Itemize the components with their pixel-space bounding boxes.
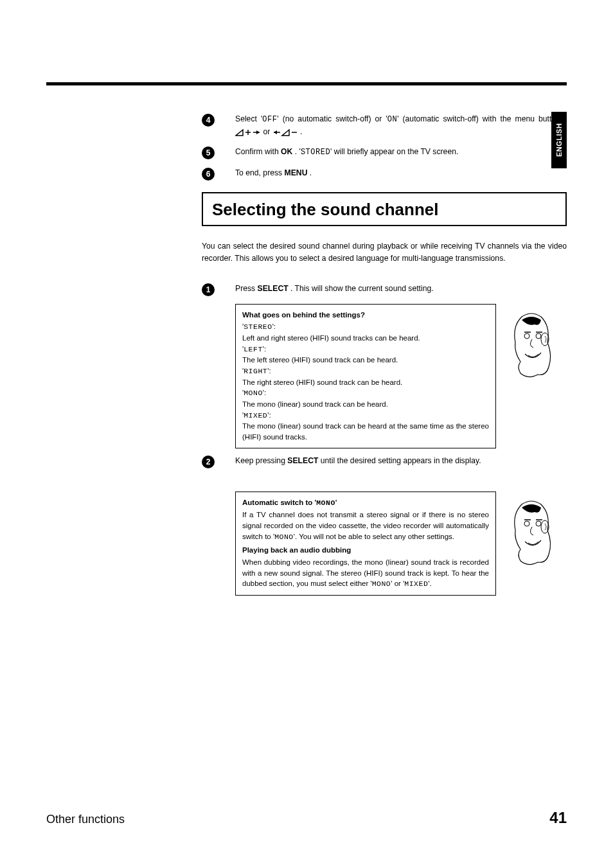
- footer-section-name: Other functions: [46, 813, 125, 826]
- info-item: 'LEFT':: [242, 344, 489, 355]
- text: Confirm with: [235, 147, 281, 156]
- intro-paragraph: You can select the desired sound channel…: [202, 240, 567, 265]
- text: or: [263, 127, 272, 136]
- button-label: SELECT: [287, 456, 318, 465]
- code-text: ON: [387, 115, 397, 124]
- step-number-badge: 4: [202, 114, 215, 127]
- button-label: SELECT: [258, 284, 289, 293]
- page-number: 41: [549, 809, 567, 827]
- step-number-badge: 6: [202, 168, 215, 181]
- svg-point-9: [541, 333, 549, 346]
- step-body: Press SELECT . This will show the curren…: [235, 283, 567, 295]
- info-title: Automatic switch to 'MONO': [242, 497, 489, 509]
- text: ' (no automatic switch-off) or ': [277, 114, 387, 123]
- text: When dubbing video recordings, the mono …: [242, 558, 489, 587]
- code-text: OFF: [262, 115, 277, 124]
- step-2: 2 Keep pressing SELECT until the desired…: [202, 455, 567, 468]
- menu-plus-icon: [235, 126, 261, 138]
- text: '.: [428, 580, 431, 587]
- text: . ': [292, 147, 301, 156]
- step-4: 4 Select 'OFF' (no automatic switch-off)…: [202, 113, 567, 138]
- section-title-box: Selecting the sound channel: [202, 192, 567, 226]
- info-desc: The mono (linear) sound track can be hea…: [242, 399, 489, 410]
- info-desc: Left and right stereo (HIFI) sound track…: [242, 333, 489, 344]
- svg-point-10: [524, 521, 529, 526]
- code-text: MIXED: [404, 580, 428, 588]
- info-item: 'MONO':: [242, 387, 489, 399]
- step-5: 5 Confirm with OK . 'STORED' will briefl…: [202, 146, 567, 159]
- step-number-badge: 1: [202, 283, 215, 296]
- text: Press: [235, 284, 258, 293]
- info-title: What goes on behind the settings?: [242, 310, 489, 321]
- info-item: 'STEREO':: [242, 321, 489, 333]
- code-text: STORED: [301, 148, 330, 157]
- text: Keep pressing: [235, 456, 287, 465]
- step-1: 1 Press SELECT . This will show the curr…: [202, 283, 567, 296]
- step-body: Confirm with OK . 'STORED' will briefly …: [235, 146, 567, 159]
- info-paragraph: If a TV channel does not transmit a ster…: [242, 509, 489, 542]
- button-label: OK: [281, 147, 292, 156]
- step-body: To end, press MENU .: [235, 167, 567, 179]
- info-box: What goes on behind the settings? 'STERE…: [235, 304, 496, 448]
- text: ' will briefly appear on the TV screen.: [330, 147, 458, 156]
- top-rule: [46, 82, 567, 85]
- info-box: Automatic switch to 'MONO' If a TV chann…: [235, 492, 496, 596]
- code-text: MONO: [244, 389, 263, 397]
- svg-point-5: [524, 333, 529, 339]
- info-item: 'MIXED':: [242, 410, 489, 421]
- page-footer: Other functions 41: [46, 809, 567, 827]
- button-label: MENU: [285, 168, 308, 177]
- main-content: 4 Select 'OFF' (no automatic switch-off)…: [202, 77, 567, 596]
- info-desc: The right stereo (HIFI) sound track can …: [242, 377, 489, 388]
- text: Automatic switch to ': [242, 499, 316, 506]
- text: .: [307, 168, 312, 177]
- svg-point-14: [541, 520, 549, 533]
- code-text: MONO: [372, 580, 391, 588]
- code-text: RIGHT: [244, 367, 267, 375]
- text: '. You will not be able to select any ot…: [294, 533, 454, 540]
- info-title: Playing back an audio dubbing: [242, 545, 489, 556]
- code-text: MONO: [316, 499, 335, 507]
- code-text: STEREO: [244, 323, 272, 331]
- text: ': [335, 499, 337, 506]
- code-text: LEFT: [244, 345, 263, 353]
- step-number-badge: 2: [202, 456, 215, 468]
- svg-point-6: [536, 333, 541, 339]
- text: ' or ': [391, 580, 404, 587]
- step-number-badge: 5: [202, 146, 215, 159]
- code-text: MONO: [274, 533, 294, 541]
- section-title: Selecting the sound channel: [212, 200, 556, 220]
- info-panel-1: What goes on behind the settings? 'STERE…: [235, 304, 567, 448]
- info-item: 'RIGHT':: [242, 366, 489, 377]
- tip-face-icon: [509, 304, 554, 381]
- text: To end, press: [235, 168, 285, 177]
- text: Select ': [235, 114, 262, 123]
- info-desc: The left stereo (HIFI) sound track can b…: [242, 355, 489, 366]
- step-body: Select 'OFF' (no automatic switch-off) o…: [235, 113, 564, 138]
- info-panel-2: Automatic switch to 'MONO' If a TV chann…: [235, 492, 567, 596]
- menu-minus-icon: [272, 126, 298, 138]
- step-6: 6 To end, press MENU .: [202, 167, 567, 181]
- info-desc: The mono (linear) sound track can be hea…: [242, 421, 489, 442]
- text: ' (automatic switch-off) with the menu b…: [397, 114, 564, 123]
- text: . This will show the current sound setti…: [289, 284, 434, 293]
- svg-point-11: [536, 521, 541, 526]
- step-body: Keep pressing SELECT until the desired s…: [235, 455, 496, 467]
- text: .: [300, 127, 302, 136]
- tip-face-icon: [509, 492, 554, 569]
- info-paragraph: When dubbing video recordings, the mono …: [242, 557, 489, 590]
- text: until the desired setting appears in the…: [318, 456, 481, 465]
- language-tab: ENGLISH: [551, 112, 567, 168]
- code-text: MIXED: [244, 411, 267, 420]
